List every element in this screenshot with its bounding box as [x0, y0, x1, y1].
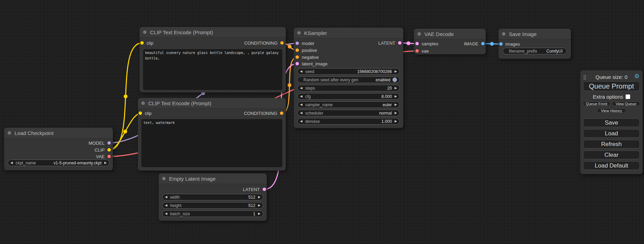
node-clip-text-encode-positive[interactable]: CLIP Text Encode (Prompt) clip CONDITION…: [140, 27, 286, 92]
conditioning-output-dot[interactable]: [280, 41, 284, 45]
input-label: positive: [302, 48, 317, 53]
positive-input-dot[interactable]: [295, 48, 299, 52]
prompt-textarea[interactable]: beautiful scenery nature glass bottle la…: [143, 49, 282, 90]
load-default-button[interactable]: Load Default: [583, 161, 640, 170]
conditioning-output-dot[interactable]: [280, 111, 283, 115]
node-ksampler[interactable]: KSampler model positive negative latent_…: [294, 28, 403, 128]
decrement-arrow-icon[interactable]: ◀: [10, 161, 13, 164]
view-queue-button[interactable]: View Queue: [612, 101, 640, 106]
samples-input-dot[interactable]: [415, 42, 419, 45]
scheduler-widget[interactable]: ◀ scheduler normal ▶: [297, 110, 400, 116]
node-title-bar[interactable]: VAE Decode: [414, 29, 486, 39]
batch-size-widget[interactable]: ◀ batch_size 1 ▶: [162, 210, 263, 217]
clip-input-dot[interactable]: [140, 41, 144, 45]
output-slot-vae: VAE: [96, 153, 111, 160]
queue-front-button[interactable]: Queue Front: [583, 101, 610, 106]
decrement-arrow-icon[interactable]: ◀: [300, 87, 302, 90]
extra-options-label: Extra options: [593, 94, 623, 100]
widget-label: denoise: [305, 119, 320, 124]
node-empty-latent-image[interactable]: Empty Latent Image LATENT ◀ width 512 ▶ …: [159, 173, 267, 221]
ckpt-name-widget[interactable]: ◀ ckpt_name v1-5-pruned-emaonly.ckpt ▶: [8, 160, 109, 166]
node-title-bar[interactable]: Save Image: [499, 29, 571, 39]
node-title-bar[interactable]: KSampler: [294, 28, 403, 38]
queue-prompt-button[interactable]: Queue Prompt: [583, 81, 640, 91]
input-label: latent_image: [302, 61, 327, 66]
save-button[interactable]: Save: [583, 118, 640, 127]
input-slot-latent-image: latent_image: [295, 60, 327, 67]
clip-input-dot[interactable]: [139, 111, 142, 115]
collapse-dot-icon[interactable]: [502, 32, 505, 36]
collapse-dot-icon[interactable]: [141, 101, 145, 105]
node-clip-text-encode-negative[interactable]: CLIP Text Encode (Prompt) clip CONDITION…: [138, 98, 286, 171]
node-title-bar[interactable]: CLIP Text Encode (Prompt): [138, 98, 286, 109]
node-title-bar[interactable]: CLIP Text Encode (Prompt): [140, 27, 286, 38]
collapse-dot-icon[interactable]: [162, 177, 166, 180]
output-label: CONDITIONING: [244, 111, 277, 116]
output-slot-latent: LATENT: [243, 186, 266, 193]
vae-input-dot[interactable]: [415, 49, 419, 53]
settings-gear-icon[interactable]: ⚙: [634, 73, 639, 79]
decrement-arrow-icon[interactable]: ◀: [165, 196, 167, 199]
denoise-widget[interactable]: ◀ denoise 1.000 ▶: [297, 118, 400, 125]
increment-arrow-icon[interactable]: ▶: [395, 70, 397, 73]
filename-prefix-widget[interactable]: filename_prefix ComfyUI: [503, 48, 567, 54]
increment-arrow-icon[interactable]: ▶: [258, 212, 261, 215]
decrement-arrow-icon[interactable]: ◀: [300, 95, 302, 98]
latent-output-dot[interactable]: [398, 41, 402, 45]
widget-label: ckpt_name: [16, 161, 36, 165]
cfg-widget[interactable]: ◀ cfg 8.000 ▶: [297, 93, 400, 100]
node-vae-decode[interactable]: VAE Decode samples vae IMAGE: [414, 29, 486, 54]
decrement-arrow-icon[interactable]: ◀: [300, 120, 302, 123]
increment-arrow-icon[interactable]: ▶: [395, 111, 397, 115]
model-output-dot[interactable]: [107, 141, 111, 145]
collapse-dot-icon[interactable]: [417, 32, 421, 36]
increment-arrow-icon[interactable]: ▶: [395, 120, 397, 123]
widget-label: width: [170, 195, 180, 200]
decrement-arrow-icon[interactable]: ◀: [300, 70, 302, 73]
height-widget[interactable]: ◀ height 512 ▶: [162, 202, 263, 209]
latent-image-input-dot[interactable]: [295, 62, 299, 65]
images-input-dot[interactable]: [499, 42, 503, 46]
decrement-arrow-icon[interactable]: ◀: [300, 111, 302, 115]
node-title: KSampler: [304, 30, 327, 36]
output-slot-conditioning: CONDITIONING: [244, 39, 284, 46]
collapse-dot-icon[interactable]: [143, 30, 147, 34]
increment-arrow-icon[interactable]: ▶: [258, 204, 261, 207]
node-title-bar[interactable]: Empty Latent Image: [159, 173, 267, 184]
sampler-name-widget[interactable]: ◀ sampler_name euler ▶: [297, 101, 400, 108]
node-title-bar[interactable]: Load Checkpoint: [4, 128, 113, 138]
input-slot-clip: clip: [139, 110, 152, 117]
random-seed-toggle-widget[interactable]: Random seed after every gen enabled: [297, 76, 400, 83]
collapse-dot-icon[interactable]: [297, 31, 301, 35]
node-load-checkpoint[interactable]: Load Checkpoint MODEL CLIP VAE ◀ ckpt_na…: [4, 128, 113, 170]
prompt-textarea[interactable]: text, watermark: [141, 119, 282, 167]
output-slot-image: IMAGE: [464, 40, 485, 47]
clip-output-dot[interactable]: [107, 148, 111, 152]
latent-output-dot[interactable]: [263, 188, 266, 191]
load-button[interactable]: Load: [583, 129, 640, 138]
increment-arrow-icon[interactable]: ▶: [395, 87, 397, 90]
increment-arrow-icon[interactable]: ▶: [258, 196, 261, 199]
vae-output-dot[interactable]: [107, 155, 111, 158]
decrement-arrow-icon[interactable]: ◀: [300, 103, 302, 106]
negative-input-dot[interactable]: [295, 55, 299, 59]
model-input-dot[interactable]: [295, 42, 299, 45]
widget-label: batch_size: [170, 211, 190, 216]
view-history-button[interactable]: View History: [597, 108, 626, 113]
output-slot-conditioning: CONDITIONING: [244, 110, 283, 117]
decrement-arrow-icon[interactable]: ◀: [165, 212, 167, 215]
increment-arrow-icon[interactable]: ▶: [395, 95, 397, 98]
extra-options-checkbox[interactable]: [626, 94, 630, 99]
steps-widget[interactable]: ◀ steps 20 ▶: [297, 85, 400, 91]
increment-arrow-icon[interactable]: ▶: [104, 161, 107, 164]
clear-button[interactable]: Clear: [583, 151, 640, 159]
increment-arrow-icon[interactable]: ▶: [395, 103, 397, 106]
node-save-image[interactable]: Save Image images filename_prefix ComfyU…: [499, 29, 571, 59]
toggle-circle-icon[interactable]: [392, 78, 397, 82]
image-output-dot[interactable]: [481, 42, 485, 45]
width-widget[interactable]: ◀ width 512 ▶: [162, 194, 263, 200]
seed-widget[interactable]: ◀ seed 156680208700286 ▶: [297, 68, 400, 75]
collapse-dot-icon[interactable]: [8, 131, 11, 135]
decrement-arrow-icon[interactable]: ◀: [165, 204, 167, 207]
refresh-button[interactable]: Refresh: [583, 140, 640, 148]
